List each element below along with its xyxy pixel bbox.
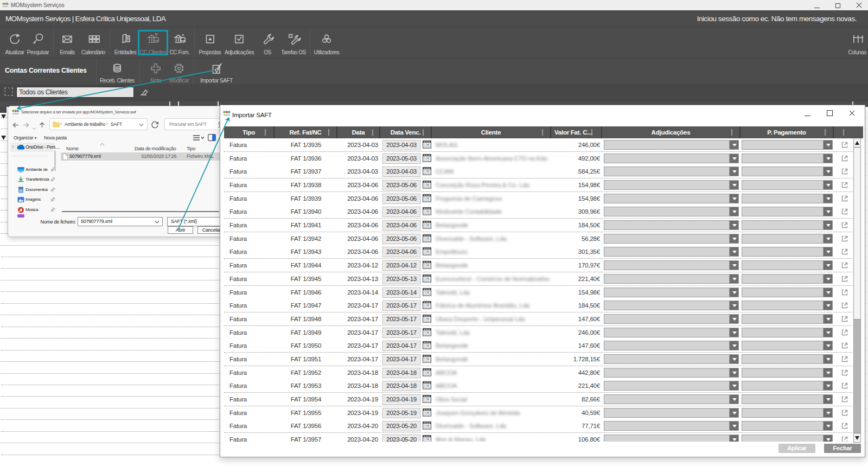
external-link-icon[interactable] (840, 368, 849, 377)
external-link-icon[interactable] (840, 315, 849, 323)
external-link-icon[interactable] (840, 422, 849, 430)
invoice-row[interactable]: Fatura FAT 1/3949 2023-04-17 2023-05-17 … (224, 326, 852, 340)
invoice-row[interactable]: Fatura FAT 1/3955 2023-04-19 2023-05-19 … (224, 406, 852, 420)
dropdown-arrow-icon[interactable] (823, 234, 832, 243)
external-link-icon[interactable] (840, 261, 849, 270)
dropdown-arrow-icon[interactable] (729, 435, 738, 442)
external-link-icon[interactable] (840, 275, 849, 283)
adjudicacoes-select[interactable] (604, 354, 739, 364)
p-pagamento-select[interactable] (742, 140, 833, 150)
calendar-icon[interactable] (423, 408, 431, 417)
external-link-icon[interactable] (840, 381, 849, 390)
calendar-icon[interactable] (423, 354, 431, 363)
p-pagamento-select[interactable] (742, 328, 833, 337)
adjudicacoes-select[interactable] (604, 421, 739, 431)
adjudicacoes-select[interactable] (604, 435, 739, 442)
adjudicacoes-select[interactable] (604, 207, 739, 216)
dropdown-arrow-icon[interactable] (823, 221, 832, 229)
dropdown-arrow-icon[interactable] (729, 181, 738, 189)
adjudicacoes-select[interactable] (604, 220, 739, 230)
adjudicacoes-select[interactable] (604, 234, 739, 244)
nav-item-transfer-ncia[interactable]: Transferência (10, 175, 54, 184)
p-pagamento-select[interactable] (742, 247, 833, 257)
dropdown-arrow-icon[interactable] (729, 221, 738, 229)
adjudicacoes-select[interactable] (604, 301, 739, 310)
dropdown-arrow-icon[interactable] (823, 207, 832, 216)
invoice-row[interactable]: Fatura FAT 1/3952 2023-04-18 2023-04-18 … (224, 366, 852, 380)
column-header-valor-fat-c-[interactable]: Valor Fat. C... (551, 126, 602, 138)
p-pagamento-select[interactable] (742, 207, 833, 216)
external-link-icon[interactable] (840, 247, 849, 256)
invoice-row[interactable]: Fatura FAT 1/3936 2023-04-03 2023-05-03 … (224, 152, 852, 165)
data-venc-field[interactable]: 2023-04-06 (382, 220, 420, 231)
data-venc-field[interactable]: 2023-05-19 (382, 408, 420, 418)
dropdown-arrow-icon[interactable] (823, 194, 832, 203)
external-link-icon[interactable] (840, 435, 849, 442)
dropdown-arrow-icon[interactable] (823, 288, 832, 297)
client-filter-input[interactable] (16, 87, 134, 98)
nav-item-documentos[interactable]: Documentos (10, 186, 54, 195)
calendar-icon[interactable] (423, 140, 431, 149)
adjudicacoes-select[interactable] (604, 194, 739, 203)
dropdown-arrow-icon[interactable] (729, 422, 738, 430)
nav-item-m-sica[interactable]: Música (10, 206, 54, 215)
calendar-icon[interactable] (423, 435, 431, 442)
invoice-row[interactable]: Fatura FAT 1/3937 2023-04-03 2023-04-03 … (224, 165, 852, 178)
dialog-minimize-icon[interactable] (805, 108, 810, 118)
external-link-icon[interactable] (840, 194, 849, 203)
dropdown-arrow-icon[interactable] (823, 328, 832, 337)
data-venc-field[interactable]: 2023-05-13 (382, 274, 420, 284)
dropdown-arrow-icon[interactable] (823, 435, 832, 442)
calendar-icon[interactable] (423, 194, 431, 202)
dropdown-arrow-icon[interactable] (823, 247, 832, 256)
adjudicacoes-select[interactable] (604, 394, 739, 404)
external-link-icon[interactable] (840, 181, 849, 189)
breadcrumb-item[interactable]: SAFT (111, 122, 122, 127)
adjudicacoes-select[interactable] (604, 167, 739, 176)
dropdown-arrow-icon[interactable] (823, 381, 832, 390)
column-header-data[interactable]: Data (337, 126, 380, 138)
list-header-tipo[interactable]: Tipo (187, 146, 195, 151)
data-venc-field[interactable]: 2023-05-20 (382, 421, 420, 431)
calendar-icon[interactable] (423, 207, 431, 215)
fechar-button[interactable]: Fechar (824, 444, 861, 453)
data-venc-field[interactable]: 2023-04-06 (382, 247, 420, 257)
dropdown-arrow-icon[interactable] (729, 234, 738, 243)
data-venc-field[interactable]: 2023-05-06 (382, 194, 420, 204)
p-pagamento-select[interactable] (742, 167, 833, 176)
invoice-row[interactable]: Fatura FAT 1/3953 2023-04-18 2023-04-18 … (224, 379, 852, 393)
invoice-row[interactable]: Fatura FAT 1/3945 2023-04-13 2023-05-13 … (224, 272, 852, 286)
external-link-icon[interactable] (840, 301, 849, 310)
up-icon[interactable] (39, 120, 45, 130)
data-venc-field[interactable]: 2023-04-17 (382, 341, 420, 351)
dropdown-arrow-icon[interactable] (729, 368, 738, 377)
breadcrumb-dropdown-icon[interactable] (139, 123, 144, 127)
data-venc-field[interactable]: 2023-05-14 (382, 288, 420, 298)
calendar-icon[interactable] (423, 234, 431, 242)
eraser-icon[interactable] (139, 88, 149, 97)
dropdown-arrow-icon[interactable] (729, 167, 738, 176)
dropdown-arrow-icon[interactable] (823, 315, 832, 323)
external-link-icon[interactable] (840, 395, 849, 404)
invoice-row[interactable]: Fatura FAT 1/3938 2023-04-06 2023-05-06 … (224, 178, 852, 192)
adjudicacoes-select[interactable] (604, 274, 739, 284)
data-venc-field[interactable]: 2023-04-18 (382, 368, 420, 378)
invoice-row[interactable]: Fatura FAT 1/3947 2023-04-17 2023-05-17 … (224, 299, 852, 312)
dialog-maximize-icon[interactable] (827, 108, 833, 118)
p-pagamento-select[interactable] (742, 301, 833, 310)
calendar-icon[interactable] (423, 260, 431, 269)
dropdown-arrow-icon[interactable] (729, 275, 738, 283)
external-link-icon[interactable] (840, 141, 849, 149)
external-link-icon[interactable] (840, 154, 849, 163)
calendar-icon[interactable] (423, 314, 431, 323)
invoice-row[interactable]: Fatura FAT 1/3941 2023-04-06 2023-04-06 … (224, 219, 852, 232)
data-venc-field[interactable]: 2023-05-17 (382, 314, 420, 324)
column-header-ref-fat-nc[interactable]: Ref. Fat/NC (275, 126, 337, 138)
calendar-icon[interactable] (423, 381, 431, 390)
dropdown-arrow-icon[interactable] (729, 408, 738, 417)
dropdown-arrow-icon[interactable] (823, 368, 832, 377)
list-header-data[interactable]: Data de modificação (135, 146, 176, 151)
dropdown-arrow-icon[interactable] (823, 167, 832, 176)
adjudicacoes-select[interactable] (604, 408, 739, 418)
nav-item-ambiente-de[interactable]: Ambiente de (10, 165, 54, 175)
